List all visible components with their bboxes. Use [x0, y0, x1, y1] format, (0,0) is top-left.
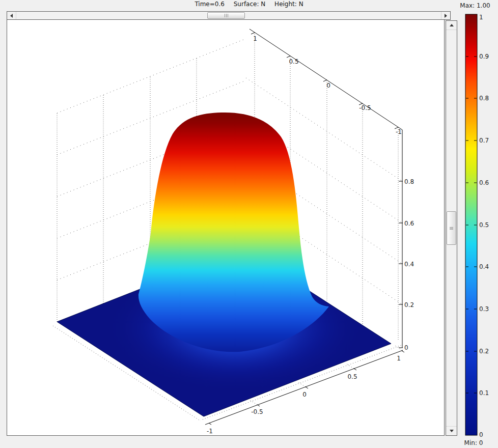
- x-tick-label: -1: [207, 428, 213, 435]
- x-tick-label: 0: [302, 391, 307, 398]
- grip-icon: [450, 227, 453, 230]
- x-tick-label: 1: [397, 355, 401, 362]
- colorbar-max-label: Max: 1.00: [460, 2, 490, 9]
- plot-window: Time=0.6 Surface: N Height: N: [0, 0, 498, 448]
- plot-canvas[interactable]: 1 0.5 0 -0.5 -1 0.8 0.6 0.4 0.2 0 -1 -0.…: [7, 19, 445, 436]
- surface-plot-scene: 1 0.5 0 -0.5 -1 0.8 0.6 0.4 0.2 0 -1 -0.…: [7, 20, 444, 435]
- y-axis-line: [250, 29, 402, 130]
- z-tick-label: 0.2: [404, 301, 414, 309]
- y-axis-labels: 1 0.5 0 -0.5 -1: [253, 35, 402, 135]
- z-tick-label: 0.4: [404, 261, 414, 268]
- surface-label: Surface: N: [234, 1, 266, 8]
- scroll-up-button[interactable]: [446, 21, 457, 30]
- vertical-scrollbar[interactable]: [446, 20, 457, 436]
- colorbar-tick-label: 0.8: [479, 95, 489, 102]
- scroll-left-button[interactable]: [7, 12, 16, 19]
- down-arrow-icon: [450, 430, 454, 432]
- grip-icon: [224, 14, 229, 17]
- colorbar-tick-label: 0: [479, 431, 483, 438]
- colorbar-tick-label: 1: [479, 14, 483, 21]
- z-axis-labels: 0.8 0.6 0.4 0.2 0: [404, 178, 414, 351]
- y-tick-label: 0.5: [289, 58, 298, 65]
- y-tick-label: 0: [326, 82, 330, 89]
- scroll-right-button[interactable]: [441, 12, 450, 19]
- time-label: Time=0.6: [195, 1, 225, 8]
- colorbar-tick-label: 0.7: [479, 137, 489, 144]
- y-tick-label: -1: [396, 128, 402, 135]
- colorbar-tick-label: 0.3: [479, 305, 489, 313]
- z-tick-label: 0: [404, 344, 408, 351]
- up-arrow-icon: [450, 24, 454, 26]
- right-arrow-icon: [445, 14, 447, 18]
- vertical-scrollbar-thumb[interactable]: [447, 211, 456, 245]
- horizontal-scrollbar-thumb[interactable]: [207, 12, 245, 19]
- colorbar: Max: 1.00 1 0.9 0.8 0.7 0.6 0.5 0.4 0.3 …: [457, 0, 498, 448]
- colorbar-min-label: Min: 0: [464, 439, 483, 446]
- colorbar-tick-label: 0.1: [479, 389, 489, 397]
- colorbar-tick-label: 0.4: [479, 263, 489, 270]
- x-tick-label: 0.5: [347, 373, 357, 380]
- scroll-down-button[interactable]: [446, 426, 457, 435]
- y-tick-label: 1: [253, 35, 257, 42]
- colorbar-tick-label: 0.9: [479, 53, 489, 60]
- plot-title: Time=0.6 Surface: N Height: N: [0, 1, 498, 8]
- y-tick-label: -0.5: [359, 104, 371, 111]
- horizontal-scrollbar[interactable]: [7, 11, 451, 20]
- colorbar-tick-label: 0.5: [479, 221, 489, 229]
- surface-dome: [139, 113, 329, 352]
- colorbar-tick-label: 0.2: [479, 348, 489, 355]
- left-arrow-icon: [10, 14, 13, 18]
- height-label: Height: N: [274, 1, 303, 8]
- colorbar-tick-labels: 1 0.9 0.8 0.7 0.6 0.5 0.4 0.3 0.2 0.1 0: [479, 14, 489, 438]
- z-tick-label: 0.8: [404, 178, 414, 185]
- z-tick-label: 0.6: [404, 220, 414, 227]
- colorbar-tick-label: 0.6: [479, 179, 489, 186]
- x-tick-label: -0.5: [251, 408, 263, 415]
